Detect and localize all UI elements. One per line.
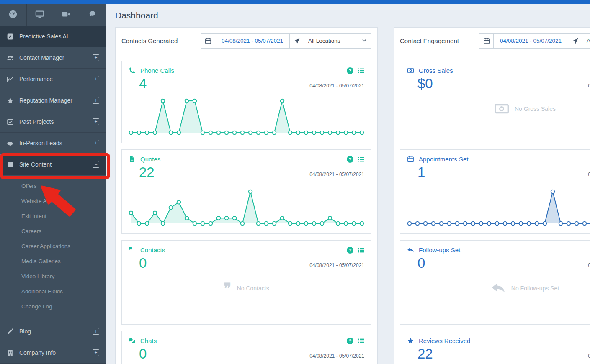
chats-icon bbox=[129, 337, 136, 344]
document-icon bbox=[129, 156, 136, 163]
appointments-set-value: 1 bbox=[417, 165, 590, 180]
card-title: Appointments Set bbox=[419, 156, 468, 163]
handshake-icon bbox=[7, 140, 14, 147]
sidebar-item-in-person-leads[interactable]: In-Person Leads + bbox=[0, 133, 106, 154]
list-icon[interactable] bbox=[358, 67, 364, 74]
location-arrow-icon bbox=[568, 34, 582, 48]
sidebar-item-site-content[interactable]: Site Content − bbox=[0, 154, 106, 175]
list-icon[interactable] bbox=[358, 156, 364, 163]
list-icon[interactable] bbox=[358, 247, 364, 254]
expand-plus-icon[interactable]: + bbox=[93, 328, 99, 335]
sidebar-item-label: Blog bbox=[19, 328, 31, 335]
sidebar-item-contact-manager[interactable]: Contact Manager + bbox=[0, 47, 106, 69]
sidebar-item-label: Predictive Sales AI bbox=[19, 33, 68, 40]
gross-sales-value: $0 bbox=[417, 77, 590, 91]
card-title: Phone Calls bbox=[140, 67, 174, 74]
help-icon[interactable]: ? bbox=[347, 67, 353, 74]
card-title: Contacts bbox=[140, 246, 165, 254]
reviews-received-value: 22 bbox=[417, 347, 590, 361]
appointments-chart bbox=[407, 187, 590, 228]
calendar-icon bbox=[407, 156, 414, 163]
quote-icon: ❞ bbox=[129, 246, 136, 254]
expand-plus-icon[interactable]: + bbox=[93, 54, 99, 61]
date-range-input[interactable]: 04/08/2021 - 05/07/2021 bbox=[494, 34, 568, 48]
sidebar-icon-tabs bbox=[0, 4, 106, 26]
sidebar-item-label: Site Content bbox=[19, 161, 52, 168]
card-title: Quotes bbox=[140, 156, 160, 163]
help-icon[interactable]: ? bbox=[347, 338, 353, 344]
card-date-range: 04/08/2021 - 05/07/2021 bbox=[588, 353, 590, 359]
phone-icon bbox=[129, 67, 136, 74]
empty-state-text: No Follow-ups Set bbox=[511, 285, 559, 292]
gross-sales-card: Gross Sales ? $0 04/08/2021 - 05/07/2021… bbox=[400, 61, 590, 143]
sidebar-item-past-projects[interactable]: Past Projects + bbox=[0, 111, 106, 133]
card-title: Follow-ups Set bbox=[419, 246, 460, 254]
submenu-item-media-galleries[interactable]: Media Galleries bbox=[0, 254, 106, 269]
card-date-range: 04/08/2021 - 05/07/2021 bbox=[309, 83, 364, 89]
quotes-chart bbox=[129, 187, 364, 228]
expand-plus-icon[interactable]: + bbox=[93, 97, 99, 104]
money-bill-icon bbox=[494, 101, 509, 116]
sidebar-item-label: Company Info bbox=[19, 349, 56, 356]
help-icon[interactable]: ? bbox=[347, 247, 353, 254]
desktop-icon bbox=[35, 10, 44, 21]
submenu-item-website-alert[interactable]: Website Alert bbox=[0, 194, 106, 209]
location-select[interactable]: All Locations bbox=[304, 34, 371, 48]
expand-plus-icon[interactable]: + bbox=[93, 118, 99, 125]
date-range-input[interactable]: 04/08/2021 - 05/07/2021 bbox=[215, 34, 290, 48]
pen-square-icon bbox=[7, 33, 14, 40]
follow-ups-set-card: Follow-ups Set ? 0 04/08/2021 - 05/07/20… bbox=[400, 240, 590, 325]
sidebar: Predictive Sales AI Contact Manager + Pe… bbox=[0, 4, 106, 364]
top-accent-bar bbox=[0, 0, 590, 4]
sidebar-item-label: Reputation Manager bbox=[19, 97, 72, 104]
submenu-item-change-log[interactable]: Change Log bbox=[0, 299, 106, 314]
video-camera-icon bbox=[62, 10, 71, 21]
chat-tab[interactable] bbox=[80, 4, 106, 26]
submenu-item-exit-intent[interactable]: Exit Intent bbox=[0, 209, 106, 224]
sidebar-item-label: Past Projects bbox=[19, 118, 54, 125]
sidebar-item-blog[interactable]: Blog + bbox=[0, 321, 106, 342]
phone-calls-chart bbox=[129, 96, 364, 138]
panel-title: Contact Engagement bbox=[400, 37, 459, 44]
submenu-item-additional-fields[interactable]: Additional Fields bbox=[0, 284, 106, 299]
quote-icon: ❞ bbox=[224, 281, 231, 296]
calendar-icon bbox=[479, 34, 494, 48]
expand-plus-icon[interactable]: + bbox=[93, 349, 99, 356]
panel-controls: 04/08/2021 - 05/07/2021 All Locations bbox=[201, 33, 371, 49]
collapse-minus-icon[interactable]: − bbox=[93, 161, 99, 168]
contacts-generated-panel: Contacts Generated 04/08/2021 - 05/07/20… bbox=[115, 27, 378, 364]
expand-plus-icon[interactable]: + bbox=[93, 76, 99, 82]
card-title: Chats bbox=[140, 337, 157, 344]
chevron-down-icon bbox=[361, 38, 367, 44]
dashboard-tab[interactable] bbox=[0, 4, 27, 26]
appointments-set-card: Appointments Set ? 1 04/08/2021 - 05/07/… bbox=[400, 149, 590, 234]
building-icon bbox=[7, 349, 14, 356]
reply-icon bbox=[407, 246, 414, 254]
submenu-item-career-applications[interactable]: Career Applications bbox=[0, 239, 106, 254]
contact-engagement-panel: Contact Engagement 04/08/2021 - 05/07/20… bbox=[394, 27, 590, 364]
reply-icon bbox=[491, 281, 506, 296]
contacts-card: ❞ Contacts ? 0 04/08/2021 - 05/07/2021 ❞… bbox=[121, 240, 371, 325]
sidebar-item-reputation-manager[interactable]: Reputation Manager + bbox=[0, 90, 106, 111]
sidebar-item-label: In-Person Leads bbox=[19, 140, 62, 146]
sidebar-item-predictive-sales-ai[interactable]: Predictive Sales AI bbox=[0, 26, 106, 47]
submenu-item-careers[interactable]: Careers bbox=[0, 224, 106, 239]
desktop-tab[interactable] bbox=[27, 4, 54, 26]
help-icon[interactable]: ? bbox=[347, 156, 353, 163]
card-date-range: 04/08/2021 - 05/07/2021 bbox=[309, 172, 364, 177]
chats-card: Chats ? 0 04/08/2021 - 05/07/2021 bbox=[121, 331, 371, 364]
list-icon[interactable] bbox=[358, 338, 364, 344]
location-select[interactable]: All Locations bbox=[582, 34, 590, 48]
chat-bubble-icon bbox=[88, 10, 98, 21]
submenu-item-video-library[interactable]: Video Library bbox=[0, 269, 106, 284]
star-icon bbox=[7, 97, 14, 104]
card-date-range: 04/08/2021 - 05/07/2021 bbox=[588, 83, 590, 89]
sidebar-item-company-info[interactable]: Company Info + bbox=[0, 342, 106, 364]
expand-plus-icon[interactable]: + bbox=[93, 140, 99, 146]
card-date-range: 04/08/2021 - 05/07/2021 bbox=[309, 353, 364, 359]
video-tab[interactable] bbox=[53, 4, 80, 26]
location-arrow-icon bbox=[290, 34, 304, 48]
follow-ups-value: 0 bbox=[417, 256, 590, 271]
submenu-item-offers[interactable]: Offers bbox=[0, 179, 106, 194]
sidebar-item-performance[interactable]: Performance + bbox=[0, 69, 106, 90]
